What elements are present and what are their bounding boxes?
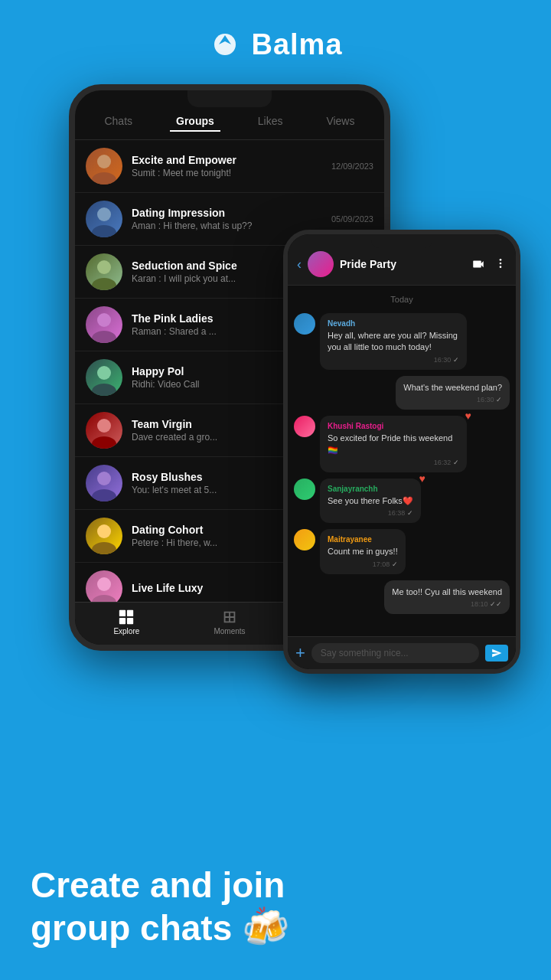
- phone-notch-2: [371, 234, 432, 248]
- tagline-emoji: 🍻: [242, 906, 289, 949]
- message-text: Count me in guys!!: [328, 546, 398, 557]
- svg-point-26: [500, 266, 502, 268]
- message-avatar: [294, 313, 315, 335]
- message-text: Me too!! Cyu all this weekend: [392, 586, 502, 598]
- message-row: Me too!! Cyu all this weekend 18:10 ✓✓: [294, 580, 510, 614]
- chat-preview: Aman : Hi there, what is up??: [132, 220, 322, 231]
- avatar: [86, 306, 122, 343]
- message-time: 16:38 ✓: [328, 509, 413, 517]
- svg-point-13: [92, 489, 116, 501]
- tab-groups[interactable]: Groups: [170, 112, 220, 132]
- message-text: See you there Folks❤️: [328, 495, 413, 507]
- message-sender: Sanjayranchh: [328, 485, 413, 493]
- group-avatar: [308, 251, 334, 277]
- svg-point-15: [92, 542, 116, 554]
- avatar: [86, 201, 122, 237]
- svg-point-3: [92, 225, 116, 237]
- nav-explore-label: Explore: [113, 627, 139, 635]
- chat-time: 05/09/2023: [331, 214, 373, 224]
- svg-rect-21: [127, 618, 133, 624]
- message-row: Maitrayanee Count me in guys!! 17:08 ✓: [294, 529, 510, 573]
- avatar: [86, 465, 122, 501]
- avatar: [86, 359, 122, 396]
- svg-point-4: [97, 260, 111, 274]
- message-time: 16:32 ✓: [328, 459, 459, 466]
- chat-time: 12/09/2023: [331, 162, 373, 171]
- svg-point-11: [92, 436, 116, 449]
- svg-point-1: [92, 172, 116, 185]
- message-row: Nevadh Hey all, where are you all? Missi…: [294, 313, 510, 370]
- svg-point-8: [97, 366, 111, 380]
- avatar: [86, 412, 122, 449]
- chat-info: Dating Impression Aman : Hi there, what …: [132, 207, 322, 231]
- message-bubble: Nevadh Hey all, where are you all? Missi…: [320, 313, 467, 370]
- svg-rect-18: [119, 610, 126, 616]
- balma-logo-icon: [208, 28, 242, 61]
- message-row: ♥ Khushi Rastogi So excited for Pride th…: [294, 416, 510, 472]
- svg-point-16: [97, 577, 111, 591]
- svg-point-9: [92, 384, 116, 396]
- svg-point-7: [92, 331, 116, 343]
- send-button[interactable]: [485, 645, 508, 662]
- nav-moments[interactable]: Moments: [178, 609, 282, 635]
- svg-point-25: [500, 263, 502, 265]
- svg-rect-20: [119, 618, 126, 624]
- message-bubble-sent: What's the weekend plan? 16:30 ✓: [396, 376, 510, 410]
- group-name: Pride Party: [340, 258, 465, 270]
- avatar: [86, 148, 122, 185]
- header-icons: [471, 257, 507, 271]
- date-label: Today: [294, 295, 510, 304]
- svg-point-2: [97, 207, 111, 221]
- svg-point-5: [92, 278, 116, 290]
- message-text: Hey all, where are you all? Missing you …: [328, 330, 459, 354]
- chat-preview: Sumit : Meet me tonight!: [132, 168, 322, 178]
- nav-moments-label: Moments: [214, 627, 245, 635]
- message-sender: Maitrayanee: [328, 535, 398, 544]
- message-bubble: ♥ Khushi Rastogi So excited for Pride th…: [320, 416, 467, 472]
- video-call-icon[interactable]: [471, 257, 485, 271]
- chat-phone: ‹ Pride Party Today Nevadh Hey all, wher…: [283, 230, 520, 674]
- tab-likes[interactable]: Likes: [252, 112, 289, 132]
- svg-point-24: [500, 259, 502, 261]
- message-avatar: [294, 416, 315, 437]
- chat-name: Dating Impression: [132, 207, 322, 219]
- back-button[interactable]: ‹: [297, 256, 302, 273]
- tagline-line1: Create and join group chats 🍻: [31, 865, 520, 949]
- message-bubble-sent: Me too!! Cyu all this weekend 18:10 ✓✓: [384, 580, 510, 614]
- add-attachment-button[interactable]: +: [295, 643, 305, 663]
- message-text: What's the weekend plan?: [403, 382, 502, 394]
- avatar: [86, 518, 122, 554]
- chat-name: Excite and Empower: [132, 154, 322, 166]
- svg-point-6: [97, 313, 111, 327]
- message-time: 18:10 ✓✓: [392, 600, 502, 608]
- svg-rect-19: [127, 610, 133, 616]
- tab-views[interactable]: Views: [320, 112, 360, 132]
- messages-area: Today Nevadh Hey all, where are you all?…: [288, 286, 516, 636]
- message-input[interactable]: Say something nice...: [311, 643, 479, 663]
- tab-chats[interactable]: Chats: [98, 112, 139, 132]
- message-input-area: + Say something nice...: [288, 636, 516, 669]
- list-item[interactable]: Excite and Empower Sumit : Meet me tonig…: [75, 140, 384, 193]
- message-avatar: [294, 479, 315, 500]
- send-icon: [491, 648, 502, 658]
- message-text: So excited for Pride this weekend 🏳️‍🌈: [328, 433, 459, 456]
- app-header: Balma: [0, 0, 551, 77]
- svg-point-10: [97, 419, 111, 433]
- message-bubble: ♥ Sanjayranchh See you there Folks❤️ 16:…: [320, 479, 421, 523]
- message-row: ♥ Sanjayranchh See you there Folks❤️ 16:…: [294, 479, 510, 523]
- tagline-section: Create and join group chats 🍻: [0, 850, 551, 965]
- message-bubble: Maitrayanee Count me in guys!! 17:08 ✓: [320, 529, 406, 573]
- phones-area: Chats Groups Likes Views Excite and Empo…: [0, 77, 551, 743]
- message-avatar: [294, 529, 315, 550]
- chat-info: Excite and Empower Sumit : Meet me tonig…: [132, 154, 322, 178]
- phone-notch: [187, 90, 272, 107]
- svg-point-0: [97, 155, 111, 168]
- heart-reaction: ♥: [465, 410, 471, 422]
- message-sender: Nevadh: [328, 319, 459, 328]
- more-options-icon[interactable]: [494, 257, 507, 270]
- message-time: 16:30 ✓: [403, 396, 502, 403]
- heart-reaction: ♥: [419, 472, 425, 485]
- nav-explore[interactable]: Explore: [75, 609, 178, 635]
- svg-point-12: [97, 472, 111, 485]
- message-row: What's the weekend plan? 16:30 ✓: [294, 376, 510, 410]
